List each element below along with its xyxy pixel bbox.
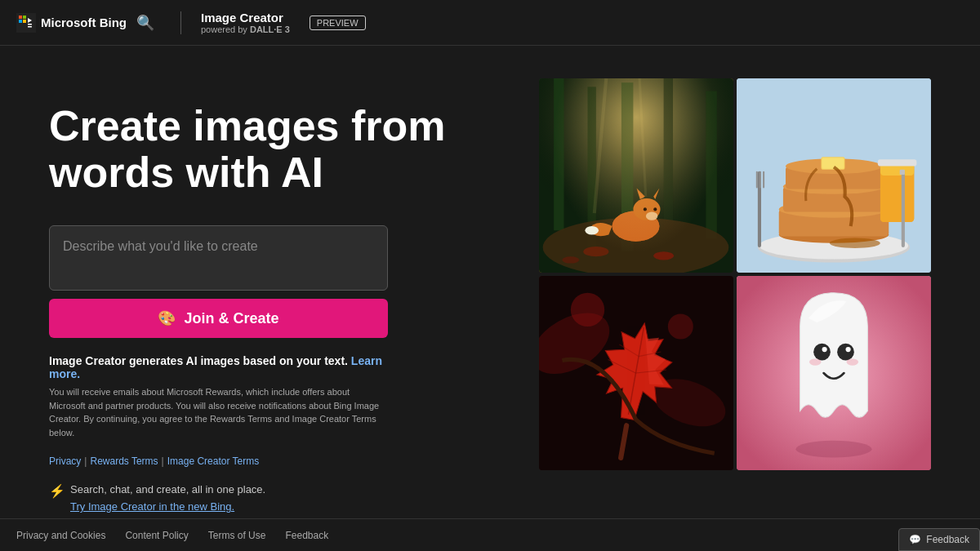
image-creator-title: Image Creator [201, 11, 290, 24]
info-text-block: Image Creator generates AI images based … [49, 354, 388, 439]
svg-rect-52 [902, 171, 905, 247]
svg-point-68 [837, 344, 854, 361]
footer-privacy-cookies[interactable]: Privacy and Cookies [16, 530, 105, 541]
svg-rect-10 [588, 87, 596, 247]
svg-marker-18 [637, 189, 645, 199]
feedback-button[interactable]: 💬 Feedback [898, 528, 980, 551]
left-panel: Create images from words with AI 🎨 Join … [49, 78, 506, 518]
privacy-link[interactable]: Privacy [49, 455, 81, 467]
svg-point-69 [822, 347, 827, 352]
svg-rect-9 [554, 78, 564, 230]
svg-point-22 [644, 207, 647, 211]
svg-point-27 [562, 256, 579, 263]
svg-rect-4 [23, 20, 26, 23]
info-small-text: You will receive emails about Microsoft … [49, 385, 388, 439]
svg-point-66 [795, 441, 871, 458]
svg-rect-53 [900, 170, 905, 175]
svg-rect-47 [878, 159, 917, 166]
dalle-label: DALL·E 3 [250, 24, 290, 34]
svg-point-24 [585, 226, 599, 234]
svg-rect-51 [763, 171, 764, 189]
svg-point-21 [646, 211, 657, 220]
image-creator-info: Image Creator powered by DALL·E 3 [201, 11, 290, 34]
svg-point-25 [583, 247, 608, 256]
bing-logo-label: Microsoft Bing [41, 16, 127, 29]
svg-point-43 [830, 238, 880, 248]
svg-rect-7 [539, 78, 733, 273]
footer: Privacy and Cookies Content Policy Terms… [0, 518, 980, 551]
join-create-button[interactable]: 🎨 Join & Create [49, 299, 388, 338]
svg-marker-20 [638, 191, 644, 199]
image-pancakes [737, 78, 931, 273]
image-fox [539, 78, 733, 273]
svg-point-63 [571, 293, 604, 327]
svg-point-71 [809, 358, 821, 365]
main-content: Create images from words with AI 🎨 Join … [0, 46, 980, 518]
try-new-bing-link[interactable]: Try Image Creator in the new Bing. [70, 500, 234, 513]
image-creator-terms-link[interactable]: Image Creator Terms [167, 455, 259, 467]
separator-2: | [162, 455, 164, 467]
rewards-terms-link[interactable]: Rewards Terms [90, 455, 158, 467]
preview-badge: PREVIEW [310, 16, 366, 30]
feedback-icon: 💬 [909, 534, 921, 545]
powered-by-text: powered by DALL·E 3 [201, 24, 290, 34]
header-divider [180, 11, 181, 34]
svg-rect-3 [19, 20, 22, 23]
join-create-label: Join & Create [184, 310, 278, 327]
svg-rect-13 [706, 91, 716, 239]
footer-terms-of-use[interactable]: Terms of Use [208, 530, 266, 541]
promo-icon: ⚡ [49, 483, 65, 499]
svg-point-23 [653, 207, 657, 211]
info-main-text: Image Creator generates AI images based … [49, 354, 388, 380]
svg-point-64 [668, 314, 693, 340]
svg-point-26 [653, 251, 674, 260]
promo-text: Search, chat, and create, all in one pla… [70, 482, 265, 516]
new-bing-promo: ⚡ Search, chat, and create, all in one p… [49, 482, 388, 516]
svg-point-67 [813, 344, 831, 361]
image-grid [539, 78, 931, 470]
svg-rect-50 [760, 171, 761, 189]
footer-feedback[interactable]: Feedback [285, 530, 328, 541]
svg-point-70 [845, 347, 850, 352]
feedback-label: Feedback [926, 534, 969, 545]
separator-1: | [84, 455, 87, 467]
svg-rect-12 [664, 78, 673, 230]
image-leaf [539, 276, 733, 470]
search-icon[interactable]: 🔍 [136, 14, 154, 32]
header: Microsoft Bing 🔍 Image Creator powered b… [0, 0, 980, 46]
hero-title: Create images from words with AI [49, 103, 506, 196]
image-ghost [737, 276, 931, 470]
svg-point-15 [612, 211, 660, 241]
svg-rect-1 [19, 16, 22, 19]
header-left: Microsoft Bing 🔍 Image Creator powered b… [16, 11, 366, 34]
prompt-input[interactable] [49, 225, 388, 291]
svg-rect-29 [639, 78, 648, 197]
svg-marker-19 [653, 189, 659, 199]
svg-rect-42 [822, 158, 844, 168]
svg-rect-49 [756, 171, 758, 189]
svg-point-72 [847, 358, 858, 365]
join-icon: 🎨 [158, 309, 176, 327]
bing-logo-icon [16, 13, 36, 33]
svg-point-16 [612, 211, 660, 241]
svg-rect-5 [28, 24, 32, 25]
bing-logo[interactable]: Microsoft Bing [16, 13, 127, 33]
svg-rect-28 [593, 78, 608, 213]
svg-rect-8 [539, 78, 733, 273]
svg-rect-2 [23, 16, 26, 19]
footer-content-policy[interactable]: Content Policy [125, 530, 188, 541]
svg-point-14 [543, 218, 729, 273]
terms-links: Privacy | Rewards Terms | Image Creator … [49, 455, 506, 467]
svg-point-17 [633, 198, 660, 220]
svg-rect-11 [621, 82, 633, 251]
svg-rect-6 [28, 26, 32, 28]
